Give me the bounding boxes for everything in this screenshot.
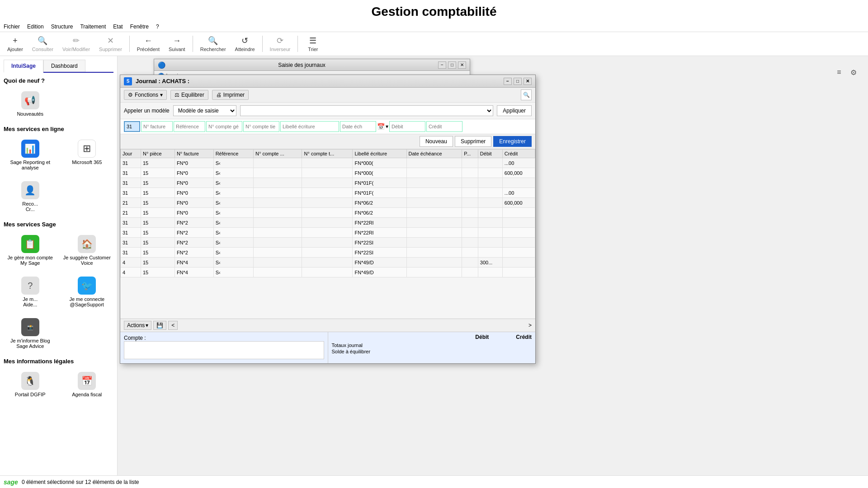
journal-close-btn[interactable]: ✕: [524, 78, 532, 85]
table-cell: S‹: [213, 168, 253, 178]
journal-maximize-btn[interactable]: □: [514, 78, 522, 85]
view-edit-label: Voir/Modifier: [62, 47, 90, 52]
table-cell: FN*2: [175, 228, 213, 238]
toolbar-sep-4: [297, 36, 298, 52]
menu-help[interactable]: ?: [156, 23, 159, 30]
table-cell: [462, 208, 478, 218]
table-row[interactable]: 3115FN*2S‹FN*22SI: [121, 248, 535, 258]
calendar-icon[interactable]: 📅: [377, 123, 385, 130]
service-nouveautes[interactable]: 📢 Nouveautés: [4, 88, 57, 120]
list-icon[interactable]: ≡: [834, 67, 844, 78]
table-cell: FN*000(: [353, 158, 406, 168]
input-compte-ti[interactable]: [243, 121, 279, 132]
table-row[interactable]: 3115FN*2S‹FN*22RI: [121, 228, 535, 238]
saisie-maximize-btn[interactable]: □: [448, 61, 456, 69]
imprimer-btn[interactable]: 🖨 Imprimer: [212, 90, 249, 100]
table-cell: FN*06/2: [353, 208, 406, 218]
actions-nav-btn[interactable]: <: [168, 321, 178, 330]
add-button[interactable]: + Ajouter: [4, 34, 27, 54]
service-microsoft365[interactable]: ⊞ Microsoft 365: [61, 136, 114, 174]
saisie-close-btn[interactable]: ✕: [458, 61, 466, 69]
saisie-minimize-btn[interactable]: −: [438, 61, 446, 69]
table-row[interactable]: 3115FN*0S‹FN*000(600,000: [121, 168, 535, 178]
menu-structure[interactable]: Structure: [51, 23, 73, 30]
menu-traitement[interactable]: Traitement: [80, 23, 106, 30]
next-button[interactable]: → Suivant: [165, 34, 189, 54]
table-cell: [478, 267, 502, 277]
table-cell: ...00: [502, 158, 535, 168]
search-button[interactable]: 🔍 Rechercher: [197, 34, 230, 54]
input-jour[interactable]: [124, 121, 140, 132]
table-row[interactable]: 3115FN*0S‹FN*01F(...00: [121, 188, 535, 198]
table-row[interactable]: 3115FN*0S‹FN*000(...00: [121, 158, 535, 168]
delete-button[interactable]: ✕ Supprimer: [95, 34, 126, 54]
service-aide[interactable]: ? Je m...Aide...: [4, 273, 57, 311]
model-select-1[interactable]: Modèle de saisie: [173, 105, 236, 116]
table-row[interactable]: 415FN*4S‹FN*49/D: [121, 267, 535, 277]
input-credit[interactable]: [426, 121, 462, 132]
menu-edition[interactable]: Edition: [27, 23, 44, 30]
enregistrer-btn[interactable]: Enregistrer: [493, 136, 532, 147]
scroll-right-btn[interactable]: >: [528, 322, 532, 328]
fonctions-label: Fonctions: [135, 92, 158, 98]
tab-intuisage[interactable]: IntuiSage: [4, 60, 43, 73]
goto-button[interactable]: ↺ Atteindre: [231, 34, 259, 54]
service-sage-support[interactable]: 🐦 Je me connecte @SageSupport: [61, 273, 114, 311]
tab-dashboard[interactable]: Dashboard: [43, 60, 85, 72]
date-arrow-icon[interactable]: ▾: [386, 123, 388, 130]
table-cell: S‹: [213, 198, 253, 208]
model-select-2[interactable]: [240, 105, 494, 116]
appliquer-btn[interactable]: Appliquer: [497, 105, 532, 116]
input-date-ech[interactable]: [340, 121, 376, 132]
actions-dropdown-btn[interactable]: Actions ▾: [124, 321, 151, 330]
service-agenda-fiscal[interactable]: 📅 Agenda fiscal: [61, 368, 114, 401]
table-row[interactable]: 3115FN*2S‹FN*22SI: [121, 238, 535, 248]
service-blog-sage[interactable]: 📸 Je m'informe Blog Sage Advice: [4, 314, 57, 352]
table-cell: [254, 267, 302, 277]
compte-textarea[interactable]: [124, 341, 324, 359]
service-customer-voice[interactable]: 🏠 Je suggère Customer Voice: [61, 231, 114, 269]
table-cell: [254, 258, 302, 267]
prev-button[interactable]: ← Précédent: [133, 34, 163, 54]
table-row[interactable]: 2115FN*0S‹FN*06/2600,000: [121, 198, 535, 208]
journal-minimize-btn[interactable]: −: [504, 78, 512, 85]
view-edit-button[interactable]: ✏ Voir/Modifier: [59, 34, 94, 54]
service-portail-dgfip[interactable]: 🐧 Portail DGFIP: [4, 368, 57, 401]
journal-search-btn[interactable]: 🔍: [521, 89, 532, 100]
service-reco[interactable]: 👤 Reco...Cr...: [4, 178, 57, 216]
table-cell: FN*0: [175, 168, 213, 178]
table-cell: [462, 158, 478, 168]
consult-button[interactable]: 🔍 Consulter: [28, 34, 57, 54]
table-cell: FN*22RI: [353, 228, 406, 238]
input-facture[interactable]: [141, 121, 173, 132]
agenda-fiscal-icon: 📅: [78, 372, 96, 390]
equilibrer-btn[interactable]: ⚖ Equilibrer: [170, 90, 208, 100]
input-libelle[interactable]: [280, 121, 339, 132]
service-my-sage[interactable]: 📋 Je gère mon compte My Sage: [4, 231, 57, 269]
nouveau-btn[interactable]: Nouveau: [420, 136, 453, 147]
table-row[interactable]: 3115FN*2S‹FN*22RI: [121, 218, 535, 228]
sort-button[interactable]: ☰ Trier: [302, 34, 324, 54]
fonctions-btn[interactable]: ⚙ Fonctions ▾: [124, 90, 167, 100]
compte-section: Compte :: [120, 332, 328, 363]
aide-icon: ?: [21, 277, 39, 295]
settings-icon[interactable]: ⚙: [848, 67, 859, 78]
menu-fenetre[interactable]: Fenêtre: [130, 23, 149, 30]
table-row[interactable]: 415FN*4S‹FN*49/D300...: [121, 258, 535, 267]
table-cell: FN*4: [175, 258, 213, 267]
input-debit[interactable]: [389, 121, 425, 132]
table-cell: [502, 208, 535, 218]
input-reference[interactable]: [174, 121, 205, 132]
input-compte-ge[interactable]: [206, 121, 242, 132]
actions-save-icon-btn[interactable]: 💾: [153, 321, 166, 330]
menu-etat[interactable]: Etat: [113, 23, 123, 30]
journal-bottom: Actions ▾ 💾 < > Compte : Débit Crédit: [120, 319, 535, 363]
supprimer-btn[interactable]: Supprimer: [455, 136, 491, 147]
table-cell: FN*0: [175, 188, 213, 198]
table-row[interactable]: 2115FN*0S‹FN*06/2: [121, 208, 535, 218]
reverse-button[interactable]: ⟳ Inverseur: [266, 34, 294, 54]
table-row[interactable]: 3115FN*0S‹FN*01F(: [121, 178, 535, 188]
add-label: Ajouter: [7, 47, 23, 52]
menu-fichier[interactable]: Fichier: [4, 23, 20, 30]
service-sage-reporting[interactable]: 📊 Sage Reporting et analyse: [4, 136, 57, 174]
